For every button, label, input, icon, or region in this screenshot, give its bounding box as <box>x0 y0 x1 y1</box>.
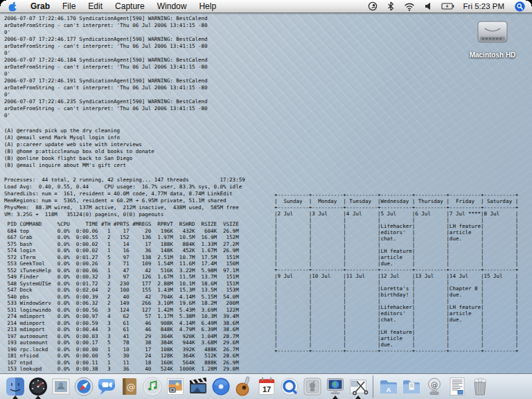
dock-dashboard-icon[interactable] <box>26 375 49 398</box>
dock-grab-icon[interactable] <box>346 375 369 398</box>
dock-safari-icon[interactable] <box>72 375 95 398</box>
hard-drive-icon <box>472 19 513 47</box>
menu-grab[interactable]: Grab <box>24 0 56 13</box>
dock-itunes-icon[interactable] <box>141 375 163 398</box>
dock-imovie-icon[interactable] <box>186 375 209 398</box>
menu-window[interactable]: Window <box>151 0 193 13</box>
desktop-icon-label: Macintosh HD <box>461 51 524 59</box>
dock-ichat-icon[interactable] <box>95 375 118 398</box>
dock-finder-icon[interactable] <box>3 375 26 398</box>
menu-help[interactable]: Help <box>193 0 222 13</box>
spotlight-menu-icon[interactable] <box>510 0 532 13</box>
dock-documents-folder-icon[interactable] <box>400 375 423 398</box>
dock-ical-icon[interactable]: 17 <box>255 375 278 398</box>
apple-logo-icon <box>8 1 17 12</box>
dock-quicktime-icon[interactable] <box>278 375 301 398</box>
menu-edit[interactable]: Edit <box>82 0 109 13</box>
volume-menu-icon[interactable] <box>420 0 436 13</box>
svg-text:@: @ <box>430 380 438 389</box>
menu-file[interactable]: File <box>56 0 82 13</box>
dock: @ <box>0 373 532 399</box>
running-indicator <box>332 396 338 399</box>
svg-text:@: @ <box>126 382 135 392</box>
dock-trash-icon[interactable] <box>468 375 491 398</box>
desktop-icon-macintosh-hd[interactable]: Macintosh HD <box>461 19 524 59</box>
menu-capture[interactable]: Capture <box>109 0 151 13</box>
geeklet-todo-list: (A) @errands pick up the dry cleaning (A… <box>4 127 154 169</box>
dock-applications-folder-icon[interactable]: A <box>377 375 400 398</box>
dock-internet-location-icon[interactable]: @ <box>423 375 445 398</box>
menu-bar-clock[interactable]: Fri 5:23 PM <box>459 2 510 10</box>
dock-iterm-icon[interactable] <box>323 375 346 398</box>
apple-menu[interactable] <box>0 1 24 12</box>
geeklet-process-table: PID COMMAND %CPU TIME #TH #PRTS #MREGS R… <box>4 221 239 373</box>
battery-menu-icon[interactable] <box>436 0 459 13</box>
geeklet-system-log: 2006-07-07 17:22:46.170 SyndicationAgent… <box>4 15 208 119</box>
running-indicator <box>355 396 361 399</box>
svg-text:17: 17 <box>262 385 270 393</box>
dock-garageband-icon[interactable] <box>232 375 255 398</box>
user-switching-menu-icon[interactable] <box>363 0 382 13</box>
geeklet-calendar: +----------+----------+----------+------… <box>274 192 518 354</box>
desktop: Grab File Edit Capture Window Help <box>0 0 532 399</box>
menu-bar: Grab File Edit Capture Window Help <box>0 0 532 13</box>
geeklet-top-summary: Processes: 44 total, 2 running, 42 sleep… <box>4 177 245 218</box>
bluetooth-menu-icon[interactable] <box>382 0 399 13</box>
dock-divider <box>373 375 373 398</box>
dock-address-book-icon[interactable]: @ <box>118 375 141 398</box>
dock-idvd-icon[interactable] <box>209 375 232 398</box>
running-indicator <box>35 396 41 399</box>
dock-mail-icon[interactable] <box>49 375 72 398</box>
svg-text:A: A <box>386 386 391 393</box>
airport-wifi-menu-icon[interactable] <box>399 0 420 13</box>
dock-activity-report-icon[interactable] <box>445 375 468 398</box>
running-indicator <box>12 396 18 399</box>
dock-iphoto-icon[interactable] <box>163 375 186 398</box>
dock-system-preferences-icon[interactable] <box>301 375 323 398</box>
